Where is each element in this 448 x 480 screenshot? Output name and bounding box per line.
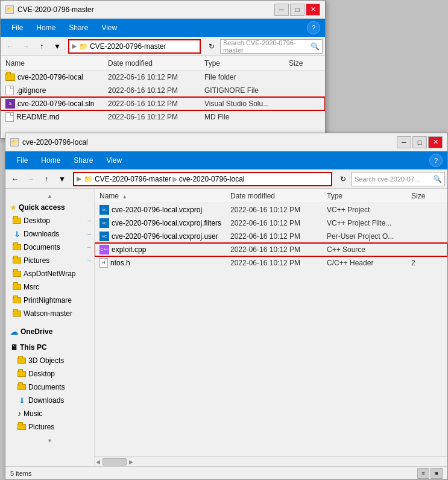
table-row[interactable]: VC cve-2020-0796-local.vcxproj.filters 2… bbox=[95, 216, 447, 230]
ribbon-2: File Home Share View ? bbox=[5, 151, 447, 169]
col-type-header-2[interactable]: Type bbox=[327, 192, 411, 200]
table-row[interactable]: README.md 2022-06-16 10:12 PM MD File bbox=[1, 110, 325, 124]
file-name-text: .gitignore bbox=[16, 86, 46, 95]
sidebar-item-printnightmare[interactable]: PrintNightmare bbox=[5, 294, 94, 307]
table-row[interactable]: S cve-2020-0796-local.sln 2022-06-16 10:… bbox=[1, 97, 325, 110]
hscroll-right-arrow[interactable]: ▶ bbox=[129, 459, 133, 465]
help-button-1[interactable]: ? bbox=[307, 21, 320, 34]
col-size-header-1[interactable]: Size bbox=[289, 59, 325, 68]
table-row[interactable]: cve-2020-0796-local 2022-06-16 10:12 PM … bbox=[1, 71, 325, 84]
sidebar-item-documents[interactable]: Documents → bbox=[5, 241, 94, 254]
col-name-header-1[interactable]: Name bbox=[1, 59, 108, 68]
ribbon-file-tab-2[interactable]: File bbox=[10, 154, 34, 167]
file-name-text: README.md bbox=[16, 113, 59, 121]
folder-icon bbox=[13, 271, 21, 277]
back-button-2[interactable]: ← bbox=[8, 172, 22, 186]
star-icon: ★ bbox=[10, 204, 16, 212]
window-icon-2: 📁 bbox=[10, 138, 19, 147]
vcxproj-icon: VC bbox=[99, 232, 109, 241]
col-date-header-1[interactable]: Date modified bbox=[108, 59, 204, 68]
sidebar-item-pictures-pc[interactable]: Pictures bbox=[5, 420, 94, 434]
recent-button-2[interactable]: ▼ bbox=[55, 172, 69, 186]
maximize-button-2[interactable]: □ bbox=[412, 136, 427, 148]
address-bar-1[interactable]: ▶ 📁 CVE-2020-0796-master bbox=[68, 39, 201, 54]
up-button-1[interactable]: ↑ bbox=[34, 39, 49, 54]
sidebar-item-music[interactable]: ♪ Music bbox=[5, 407, 94, 420]
maximize-button-1[interactable]: □ bbox=[290, 4, 304, 16]
folder-icon bbox=[13, 218, 21, 224]
sidebar-item-desktop-pc[interactable]: Desktop bbox=[5, 367, 94, 381]
col-type-header-1[interactable]: Type bbox=[204, 59, 289, 68]
sln-icon: S bbox=[5, 99, 15, 109]
ribbon-file-tab-1[interactable]: File bbox=[5, 21, 29, 34]
folder-icon bbox=[13, 311, 21, 317]
col-header-2: Name ▲ Date modified Type Size bbox=[95, 189, 447, 203]
sidebar-label-pn: PrintNightmare bbox=[24, 296, 72, 305]
window-title-2: cve-2020-0796-local bbox=[22, 138, 397, 147]
sidebar-item-watson[interactable]: Watson-master bbox=[5, 307, 94, 320]
ribbon-view-tab-1[interactable]: View bbox=[95, 21, 123, 34]
table-row[interactable]: VC cve-2020-0796-local.vcxproj 2022-06-1… bbox=[95, 203, 447, 216]
sidebar-item-downloads-pc[interactable]: ⇓ Downloads bbox=[5, 394, 94, 407]
hscroll-left-arrow[interactable]: ◀ bbox=[96, 459, 100, 465]
cpp-icon: C++ bbox=[99, 245, 109, 254]
ribbon-view-tab-2[interactable]: View bbox=[100, 154, 128, 167]
sidebar-thispc-header[interactable]: 🖥 This PC bbox=[5, 341, 94, 354]
onedrive-icon: ☁ bbox=[10, 327, 18, 336]
recent-button-1[interactable]: ▼ bbox=[50, 39, 65, 54]
sidebar-item-desktop[interactable]: Desktop → bbox=[5, 214, 94, 227]
ribbon-share-tab-1[interactable]: Share bbox=[63, 21, 94, 34]
forward-button-1[interactable]: → bbox=[19, 39, 33, 54]
sidebar-item-downloads[interactable]: ⇓ Downloads → bbox=[5, 227, 94, 241]
sidebar-label-desktop-pc: Desktop bbox=[28, 370, 55, 378]
address-bar-2[interactable]: ▶ 📁 CVE-2020-0796-master ▶ cve-2020-0796… bbox=[73, 172, 332, 186]
close-button-1[interactable]: ✕ bbox=[306, 4, 320, 16]
file-name-text: cve-2020-0796-local.vcxproj.user bbox=[112, 232, 218, 241]
search-box-2[interactable]: Search cve-2020-07... 🔍 bbox=[352, 172, 445, 186]
sidebar-label-asp: AspDotNetWrap bbox=[24, 270, 75, 278]
table-row[interactable]: C++ exploit.cpp 2022-06-16 10:12 PM C++ … bbox=[95, 243, 447, 256]
sidebar-item-pictures[interactable]: Pictures → bbox=[5, 254, 94, 267]
file-name-text: cve-2020-0796-local.vcxproj.filters bbox=[112, 219, 221, 227]
hscroll-2[interactable]: ◀ ▶ bbox=[95, 456, 447, 466]
pin-icon: → bbox=[86, 218, 92, 224]
ribbon-home-tab-2[interactable]: Home bbox=[35, 154, 66, 167]
back-button-1[interactable]: ← bbox=[3, 39, 17, 54]
ribbon-home-tab-1[interactable]: Home bbox=[30, 21, 62, 34]
up-button-2[interactable]: ↑ bbox=[39, 172, 54, 186]
table-row[interactable]: H ntos.h 2022-06-16 10:12 PM C/C++ Heade… bbox=[95, 256, 447, 270]
ribbon-share-tab-2[interactable]: Share bbox=[68, 154, 99, 167]
table-row[interactable]: .gitignore 2022-06-16 10:12 PM GITIGNORE… bbox=[1, 84, 325, 97]
col-name-header-2[interactable]: Name ▲ bbox=[95, 192, 230, 200]
sidebar-item-3dobjects[interactable]: 3D Objects bbox=[5, 354, 94, 367]
col-size-header-2[interactable]: Size bbox=[411, 192, 447, 200]
table-row[interactable]: VC cve-2020-0796-local.vcxproj.user 2022… bbox=[95, 230, 447, 243]
folder-icon bbox=[17, 384, 26, 390]
sidebar-quickaccess-header[interactable]: ★ Quick access bbox=[5, 201, 94, 214]
forward-button-2[interactable]: → bbox=[24, 172, 38, 186]
sidebar-label-pictures: Pictures bbox=[24, 256, 49, 265]
sidebar-label-watson: Watson-master bbox=[24, 309, 72, 318]
hscroll-thumb[interactable] bbox=[103, 458, 127, 466]
help-button-2[interactable]: ? bbox=[429, 154, 443, 167]
refresh-button-1[interactable]: ↻ bbox=[204, 39, 219, 54]
sidebar-onedrive-header[interactable]: ☁ OneDrive bbox=[5, 325, 94, 338]
titlebar-controls-2: ─ □ ✕ bbox=[397, 136, 443, 148]
ribbon-1: File Home Share View ? bbox=[1, 19, 325, 37]
minimize-button-2[interactable]: ─ bbox=[397, 136, 411, 148]
large-icons-view-button[interactable]: ■ bbox=[431, 468, 443, 479]
sidebar-item-aspdotnetwrap[interactable]: AspDotNetWrap bbox=[5, 267, 94, 280]
file-name-text: ntos.h bbox=[110, 259, 130, 267]
close-button-2[interactable]: ✕ bbox=[428, 136, 443, 148]
sidebar-item-documents-pc[interactable]: Documents bbox=[5, 381, 94, 394]
sidebar-quickaccess-label: Quick access bbox=[19, 203, 65, 212]
details-view-button[interactable]: ≡ bbox=[417, 468, 429, 479]
col-date-header-2[interactable]: Date modified bbox=[230, 192, 327, 200]
refresh-button-2[interactable]: ↻ bbox=[336, 172, 350, 186]
sidebar-item-msrc[interactable]: Msrc bbox=[5, 280, 94, 294]
pin-icon: → bbox=[86, 257, 92, 264]
folder-icon bbox=[13, 244, 21, 250]
search-box-1[interactable]: Search CVE-2020-0796-master 🔍 bbox=[220, 39, 323, 54]
thispc-icon: 🖥 bbox=[10, 343, 17, 352]
minimize-button-1[interactable]: ─ bbox=[274, 4, 289, 16]
